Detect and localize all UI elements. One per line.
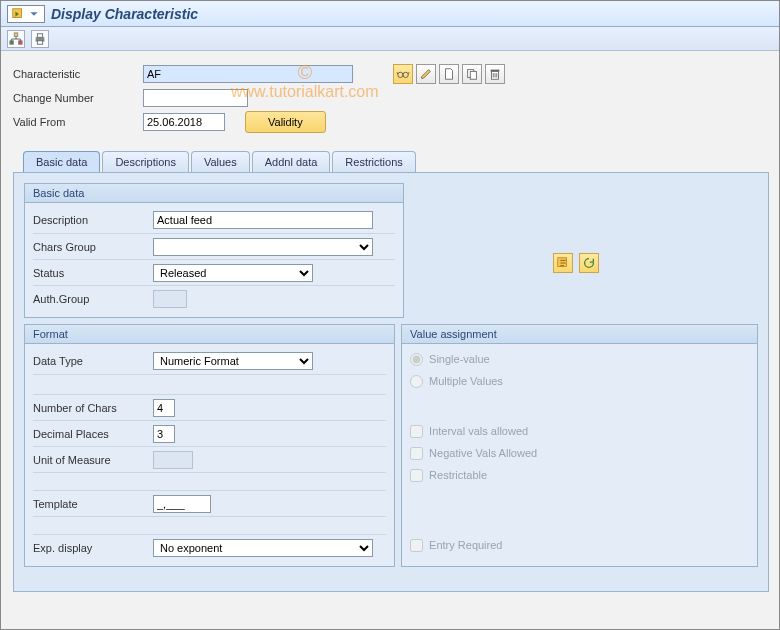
lower-columns: Format Data Type Numeric Format Number o… (24, 324, 758, 573)
svg-rect-2 (10, 40, 14, 44)
display-button[interactable] (393, 64, 413, 84)
validity-button[interactable]: Validity (245, 111, 326, 133)
detail-button[interactable] (553, 253, 573, 273)
chars-group-label: Chars Group (33, 241, 153, 253)
status-label: Status (33, 267, 153, 279)
auth-group-label: Auth.Group (33, 293, 153, 305)
tab-values[interactable]: Values (191, 151, 250, 172)
data-type-label: Data Type (33, 355, 153, 367)
interval-checkbox[interactable]: Interval vals allowed (410, 420, 749, 442)
multiple-values-radio[interactable]: Multiple Values (410, 370, 749, 392)
single-value-radio[interactable]: Single-value (410, 348, 749, 370)
template-input[interactable] (153, 495, 211, 513)
tabstrip: Basic data Descriptions Values Addnl dat… (13, 151, 769, 172)
copy-button[interactable] (462, 64, 482, 84)
restrictable-checkbox-input[interactable] (410, 469, 423, 482)
uom-label: Unit of Measure (33, 454, 153, 466)
refresh-button[interactable] (579, 253, 599, 273)
svg-rect-5 (37, 33, 42, 37)
uom-input[interactable] (153, 451, 193, 469)
description-input[interactable] (153, 211, 373, 229)
auth-group-input[interactable] (153, 290, 187, 308)
page-title: Display Characteristic (51, 6, 198, 22)
tab-descriptions[interactable]: Descriptions (102, 151, 189, 172)
chars-group-select[interactable] (153, 238, 373, 256)
print-icon (33, 32, 47, 46)
structure-icon-button[interactable] (7, 30, 25, 48)
print-icon-button[interactable] (31, 30, 49, 48)
num-chars-input[interactable] (153, 399, 175, 417)
characteristic-input[interactable] (143, 65, 353, 83)
entry-required-checkbox[interactable]: Entry Required (410, 534, 749, 556)
svg-rect-1 (14, 32, 18, 36)
delete-button[interactable] (485, 64, 505, 84)
exp-select[interactable]: No exponent (153, 539, 373, 557)
data-type-select[interactable]: Numeric Format (153, 352, 313, 370)
title-icon-group[interactable] (7, 5, 45, 23)
restrictable-label: Restrictable (429, 469, 487, 481)
entry-required-label: Entry Required (429, 539, 502, 551)
titlebar: Display Characteristic (1, 1, 779, 27)
decimal-input[interactable] (153, 425, 175, 443)
hierarchy-icon (9, 32, 23, 46)
svg-point-8 (403, 72, 408, 77)
characteristic-label: Characteristic (13, 68, 143, 80)
change-button[interactable] (416, 64, 436, 84)
change-number-input[interactable] (143, 89, 248, 107)
valid-from-input[interactable] (143, 113, 225, 131)
tab-addnl-data[interactable]: Addnl data (252, 151, 331, 172)
svg-rect-12 (491, 70, 500, 72)
single-value-label: Single-value (429, 353, 490, 365)
copy-icon (465, 67, 479, 81)
entry-required-checkbox-input[interactable] (410, 539, 423, 552)
negative-label: Negative Vals Allowed (429, 447, 537, 459)
description-label: Description (33, 214, 153, 226)
content-area: Characteristic Change Number Valid From … (1, 51, 779, 602)
tab-basic-data[interactable]: Basic data (23, 151, 100, 172)
tab-panel: Basic data Description Chars Group Statu… (13, 172, 769, 592)
pencil-icon (419, 67, 433, 81)
interval-label: Interval vals allowed (429, 425, 528, 437)
single-value-radio-input[interactable] (410, 353, 423, 366)
exp-label: Exp. display (33, 542, 153, 554)
create-button[interactable] (439, 64, 459, 84)
value-assignment-box: Value assignment Single-value Multiple V… (401, 324, 758, 567)
negative-checkbox[interactable]: Negative Vals Allowed (410, 442, 749, 464)
svg-rect-3 (19, 40, 23, 44)
change-number-row: Change Number (13, 87, 769, 109)
header-icon-row (393, 64, 505, 84)
basic-data-title: Basic data (25, 184, 403, 203)
valid-from-label: Valid From (13, 116, 143, 128)
change-number-label: Change Number (13, 92, 143, 104)
valid-from-row: Valid From Validity (13, 111, 769, 133)
tab-restrictions[interactable]: Restrictions (332, 151, 415, 172)
interval-checkbox-input[interactable] (410, 425, 423, 438)
side-icons (553, 253, 599, 273)
trash-icon (488, 67, 502, 81)
detail-icon (556, 256, 570, 270)
num-chars-label: Number of Chars (33, 402, 153, 414)
negative-checkbox-input[interactable] (410, 447, 423, 460)
document-icon (442, 67, 456, 81)
format-title: Format (25, 325, 394, 344)
refresh-icon (582, 256, 596, 270)
characteristic-row: Characteristic (13, 63, 769, 85)
decimal-label: Decimal Places (33, 428, 153, 440)
restrictable-checkbox[interactable]: Restrictable (410, 464, 749, 486)
format-box: Format Data Type Numeric Format Number o… (24, 324, 395, 567)
execute-icon (11, 7, 25, 21)
basic-data-box: Basic data Description Chars Group Statu… (24, 183, 404, 318)
toolbar (1, 27, 779, 51)
svg-rect-6 (37, 40, 42, 44)
status-select[interactable]: Released (153, 264, 313, 282)
value-assignment-title: Value assignment (402, 325, 757, 344)
multiple-values-label: Multiple Values (429, 375, 503, 387)
template-label: Template (33, 498, 153, 510)
svg-point-7 (398, 72, 403, 77)
multiple-values-radio-input[interactable] (410, 375, 423, 388)
svg-rect-10 (470, 71, 476, 79)
dropdown-icon (27, 7, 41, 21)
glasses-icon (396, 67, 410, 81)
